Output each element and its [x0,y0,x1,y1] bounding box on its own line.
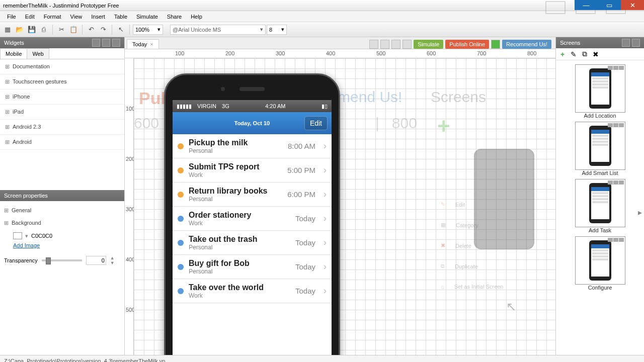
menu-table[interactable]: Table [110,13,131,21]
screen-label: Add Smart List [575,170,625,176]
new-icon[interactable]: ▦ [2,24,13,35]
add-screen-icon[interactable]: + [558,50,567,59]
task-title: Pickup the milk [189,138,283,147]
canvas[interactable]: Publish Online Recommend Us! Screens + 6… [134,58,555,355]
window-title: rememberTheMilk - Justinmind Prototyper … [3,3,119,9]
task-list: Pickup the milkPersonal 8:00 AM › Submit… [173,134,332,303]
chevron-right-icon: › [324,261,327,272]
transparency-slider[interactable] [42,259,82,261]
phone-device[interactable]: ▮▮▮▮▮ VIRGIN 3G 4:20 AM ▮▯ Today, Oct 10… [164,73,340,355]
screen-tool-icon[interactable]: ✎ [569,50,578,59]
task-row[interactable]: Buy gift for BobPersonal Today › [173,255,332,279]
widget-item[interactable]: iPad [0,105,124,120]
panel-icon[interactable] [92,39,100,47]
widgets-panel-header: Widgets [0,37,124,48]
recommend-button[interactable]: Recommend Us! [502,40,551,49]
chevron-right-icon: › [324,237,327,248]
title-bar: rememberTheMilk - Justinmind Prototyper … [0,0,644,11]
menu-view[interactable]: View [66,13,87,21]
task-row[interactable]: Order stationeryWork Today › [173,207,332,231]
widget-item[interactable]: Android 2.3 [0,120,124,135]
forward-icon[interactable] [403,40,412,49]
undo-icon[interactable]: ↶ [86,24,97,35]
screen-thumb[interactable] [575,179,625,227]
window-close-button[interactable]: ✕ [621,0,644,10]
priority-dot-icon [178,288,184,294]
panel-icon[interactable] [632,39,640,47]
simulate-button[interactable]: Simulate [414,40,443,49]
screen-tool-icon[interactable]: ⧉ [580,50,589,59]
window-minimize-button[interactable]: — [575,0,598,10]
publish-button[interactable]: Publish Online [445,40,489,49]
task-row[interactable]: Submit TPS reportWork 5:00 PM › [173,158,332,183]
tab-web[interactable]: Web [27,48,49,59]
color-swatch[interactable] [13,232,22,239]
screen-properties: General Background ▾ C0C0C0 Add Image Tr… [0,201,124,355]
task-time: 5:00 PM [287,166,315,174]
task-row[interactable]: Take over the worldWork Today › [173,279,332,303]
open-icon[interactable]: 📂 [14,24,25,35]
zoom-select[interactable]: 100%▾ [133,25,163,35]
menu-insert[interactable]: Insert [87,13,109,21]
task-category: Work [189,171,282,178]
screen-label: Add Task [575,227,625,233]
menu-simulate[interactable]: Simulate [132,13,162,21]
menu-share[interactable]: Share [163,13,186,21]
menu-format[interactable]: Format [40,13,65,21]
tab-mobile[interactable]: Mobile [0,48,27,59]
priority-dot-icon [178,143,184,149]
save-icon[interactable]: 💾 [26,24,37,35]
task-row[interactable]: Pickup the milkPersonal 8:00 AM › [173,134,332,158]
color-value: C0C0C0 [31,233,52,239]
edit-button[interactable]: Edit [304,116,328,130]
widget-item[interactable]: iPhone [0,89,124,105]
panel-icon[interactable] [112,39,120,47]
menu-file[interactable]: File [3,13,20,21]
add-image-link[interactable]: Add Image [13,242,120,248]
task-time: Today [295,238,315,247]
toolbar: ▦ 📂 💾 ⎙ ✂ 📋 ↶ ↷ ↖ 100%▾ @Arial Unicode M… [0,22,644,37]
prop-general[interactable]: General [4,204,120,217]
screen-label: Add Location [575,113,625,119]
widget-item[interactable]: Documentation [0,59,124,74]
task-row[interactable]: Return library booksPersonal 6:00 PM › [173,183,332,207]
icon-button[interactable] [369,40,378,49]
pager-next-icon[interactable]: ▸ [638,208,642,217]
share-icon[interactable] [491,40,500,49]
transparency-input[interactable] [86,256,106,265]
menu-help[interactable]: Help [187,13,206,21]
pointer-icon[interactable]: ↖ [115,24,126,35]
redo-icon[interactable]: ↷ [98,24,109,35]
paste-icon[interactable]: 📋 [68,24,79,35]
chevron-right-icon: › [324,189,327,200]
menu-edit[interactable]: Edit [21,13,39,21]
phone-time: 4:20 AM [265,103,285,109]
widget-item[interactable]: Touchscreen gestures [0,74,124,89]
priority-dot-icon [178,216,184,222]
screen-thumb[interactable] [575,64,625,113]
task-row[interactable]: Take out the trashPersonal Today › [173,231,332,255]
panel-icon[interactable] [102,39,110,47]
task-title: Take out the trash [189,235,290,244]
ruler-vertical: 100200 300400 500 [125,58,134,355]
screen-thumb[interactable] [575,122,625,170]
panel-icon[interactable] [622,39,630,47]
fontsize-select[interactable]: 8▾ [267,25,287,35]
back-icon[interactable] [391,40,400,49]
screen-thumb[interactable] [575,236,625,285]
cut-icon[interactable]: ✂ [56,24,67,35]
saveall-icon[interactable]: ⎙ [38,24,49,35]
task-time: Today [295,262,315,271]
close-tab-icon[interactable]: × [150,41,153,47]
font-select[interactable]: @Arial Unicode MS▾ [170,25,266,35]
home-icon[interactable] [380,40,389,49]
screen-tool-icon[interactable]: ✖ [591,50,600,59]
task-title: Submit TPS report [189,162,282,171]
task-time: Today [295,287,315,295]
window-maximize-button[interactable]: ▭ [598,0,621,10]
doc-tab-today[interactable]: Today× [127,39,159,49]
task-category: Personal [189,196,282,203]
widget-item[interactable]: Android [0,135,124,150]
chevron-right-icon: › [324,141,327,151]
prop-background[interactable]: Background [4,217,120,229]
